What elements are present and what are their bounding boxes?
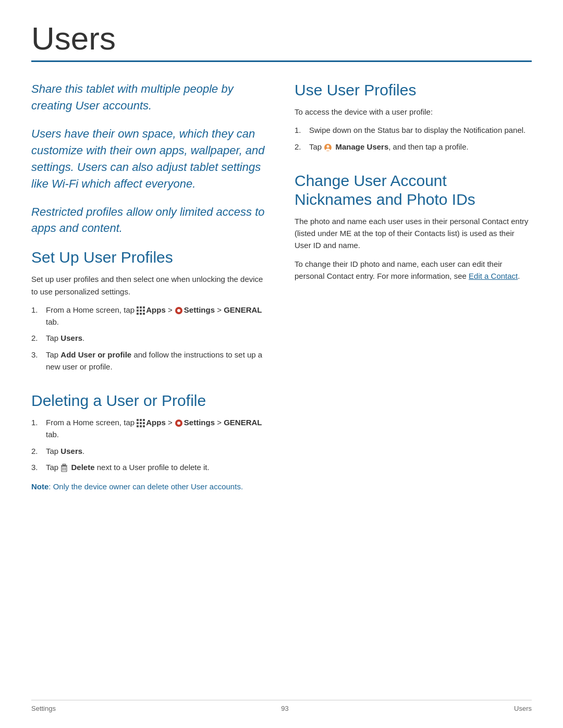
- two-col-layout: Share this tablet with multiple people b…: [31, 81, 532, 511]
- apps-grid-icon-1: [137, 306, 145, 314]
- svg-rect-19: [140, 425, 142, 427]
- setup-heading: Set Up User Profiles: [31, 248, 268, 267]
- change-paragraph-2: To change their ID photo and name, each …: [295, 258, 532, 282]
- svg-rect-15: [137, 422, 139, 424]
- settings-label-1: Settings: [184, 305, 215, 314]
- manage-users-icon: [324, 143, 332, 151]
- settings-icon-1: [175, 306, 183, 314]
- settings-label-2: Settings: [184, 418, 215, 427]
- footer-right: Users: [514, 705, 532, 712]
- step-number-1: 1.: [31, 304, 43, 328]
- svg-point-22: [177, 422, 180, 425]
- use-profiles-step-2: 2. Tap Manage Users, and then tap a pr: [295, 141, 532, 153]
- svg-rect-11: [178, 307, 179, 309]
- left-column: Share this tablet with multiple people b…: [31, 81, 268, 511]
- users-label-1: Users: [60, 334, 82, 342]
- right-column: Use User Profiles To access the device w…: [295, 81, 532, 511]
- setup-intro: Set up user profiles and then select one…: [31, 273, 268, 298]
- delete-heading: Deleting a User or Profile: [31, 391, 268, 410]
- intro-paragraph-1: Share this tablet with multiple people b…: [31, 81, 268, 114]
- title-divider: [31, 60, 532, 62]
- delete-step-number-2: 2.: [31, 445, 43, 457]
- delete-note: Note: Only the device owner can delete o…: [31, 480, 268, 492]
- page-container: Users Share this tablet with multiple pe…: [0, 0, 563, 728]
- change-paragraph-1: The photo and name each user uses in the…: [295, 215, 532, 252]
- delete-step-2: 2. Tap Users.: [31, 445, 268, 457]
- svg-rect-14: [143, 419, 145, 421]
- use-step-2-content: Tap Manage Users, and then tap a profile…: [309, 141, 532, 153]
- delete-step-number-3: 3.: [31, 461, 43, 473]
- change-heading: Change User Account Nicknames and Photo …: [295, 171, 532, 209]
- use-step-number-1: 1.: [295, 124, 306, 136]
- svg-point-10: [177, 309, 180, 312]
- use-profiles-step-1: 1. Swipe down on the Status bar to displ…: [295, 124, 532, 136]
- setup-step-1-content: From a Home screen, tap: [46, 304, 268, 328]
- footer-center: 93: [281, 705, 288, 712]
- page-footer: Settings 93 Users: [31, 700, 532, 712]
- use-profiles-heading: Use User Profiles: [295, 81, 532, 100]
- note-label: Note: [31, 482, 48, 491]
- edit-contact-link[interactable]: Edit a Contact: [469, 272, 518, 280]
- settings-icon-2: [175, 418, 183, 427]
- change-para2-after: .: [518, 272, 520, 280]
- delete-steps: 1. From a Home screen, tap: [31, 416, 268, 473]
- use-profiles-intro: To access the device with a user profile…: [295, 106, 532, 118]
- change-heading-line2: Nicknames and Photo IDs: [295, 191, 475, 208]
- svg-rect-5: [143, 310, 145, 312]
- svg-rect-24: [63, 464, 66, 465]
- svg-rect-20: [143, 425, 145, 427]
- step-number-3: 3.: [31, 349, 43, 373]
- delete-step-1: 1. From a Home screen, tap: [31, 416, 268, 441]
- apps-label-2: Apps: [146, 418, 166, 427]
- svg-rect-6: [137, 313, 139, 315]
- add-user-label: Add User or profile: [60, 350, 131, 359]
- use-step-number-2: 2.: [295, 141, 306, 153]
- intro-paragraph-3: Restricted profiles allow only limited a…: [31, 204, 268, 237]
- delete-step-2-content: Tap Users.: [46, 445, 268, 457]
- setup-step-2-content: Tap Users.: [46, 332, 268, 344]
- delete-step-number-1: 1.: [31, 416, 43, 441]
- svg-point-30: [327, 145, 329, 147]
- svg-rect-2: [143, 306, 145, 309]
- delete-step-1-content: From a Home screen, tap: [46, 416, 268, 441]
- setup-step-3: 3. Tap Add User or profile and follow th…: [31, 349, 268, 373]
- setup-steps: 1. From a Home screen, tap: [31, 304, 268, 373]
- page-title: Users: [31, 21, 532, 56]
- svg-rect-3: [137, 310, 139, 312]
- use-step-1-content: Swipe down on the Status bar to display …: [309, 124, 532, 136]
- trash-icon: [60, 463, 68, 472]
- users-label-2: Users: [60, 447, 82, 455]
- use-profiles-section: Use User Profiles To access the device w…: [295, 81, 532, 153]
- svg-rect-16: [140, 422, 142, 424]
- use-profiles-steps: 1. Swipe down on the Status bar to displ…: [295, 124, 532, 153]
- delete-step-3-content: Tap Dele: [46, 461, 268, 473]
- change-heading-line1: Change User Account: [295, 172, 447, 189]
- setup-section: Set Up User Profiles Set up user profile…: [31, 248, 268, 373]
- footer-left: Settings: [31, 705, 56, 712]
- svg-rect-4: [140, 310, 142, 312]
- svg-rect-17: [143, 422, 145, 424]
- svg-rect-23: [61, 465, 67, 466]
- apps-label-1: Apps: [146, 305, 166, 314]
- setup-step-3-content: Tap Add User or profile and follow the i…: [46, 349, 268, 373]
- general-label-2: GENERAL: [224, 418, 262, 427]
- general-label-1: GENERAL: [224, 305, 262, 314]
- delete-label: Delete: [71, 463, 95, 472]
- apps-grid-icon-2: [137, 418, 145, 427]
- delete-step-3: 3. Tap: [31, 461, 268, 473]
- delete-section: Deleting a User or Profile 1. From a Hom…: [31, 391, 268, 492]
- svg-rect-1: [140, 306, 142, 309]
- note-text-content: : Only the device owner can delete other…: [48, 482, 243, 491]
- manage-users-label: Manage Users: [336, 142, 389, 151]
- setup-step-1: 1. From a Home screen, tap: [31, 304, 268, 328]
- svg-rect-18: [137, 425, 139, 427]
- step-number-2: 2.: [31, 332, 43, 344]
- svg-rect-13: [140, 419, 142, 421]
- change-section: Change User Account Nicknames and Photo …: [295, 171, 532, 282]
- svg-rect-12: [137, 419, 139, 421]
- svg-rect-0: [137, 306, 139, 309]
- svg-rect-8: [143, 313, 145, 315]
- setup-step-2: 2. Tap Users.: [31, 332, 268, 344]
- intro-paragraph-2: Users have their own space, which they c…: [31, 126, 268, 192]
- svg-rect-7: [140, 313, 142, 315]
